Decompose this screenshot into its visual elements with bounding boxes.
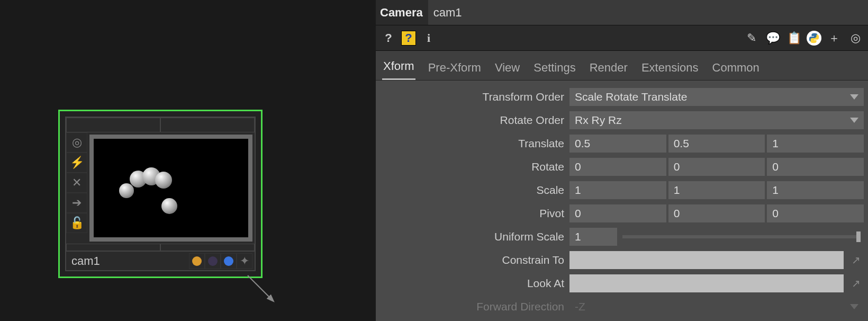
lock-icon[interactable]: 🔓 [66, 213, 87, 233]
label-transform-order: Transform Order [376, 91, 569, 103]
arrow-right-icon[interactable]: ➔ [66, 193, 87, 213]
translate-x-field[interactable]: 0.5 [569, 135, 666, 153]
label-rotate-order: Rotate Order [376, 114, 569, 127]
label-rotate: Rotate [376, 160, 569, 173]
uniform-scale-field[interactable]: 1 [569, 228, 617, 246]
display-flag[interactable] [189, 253, 205, 269]
comment-icon[interactable]: 💬 [764, 30, 781, 47]
operator-name-field[interactable]: cam1 [428, 0, 868, 25]
help-icon[interactable]: ? [380, 30, 397, 47]
label-translate: Translate [376, 137, 569, 150]
close-icon[interactable]: ✕ [66, 173, 87, 193]
target-icon[interactable]: ◎ [66, 132, 87, 153]
network-viewport[interactable]: ◎ ⚡ ✕ ➔ 🔓 cam1 [0, 0, 376, 321]
svg-line-0 [248, 275, 273, 301]
rotate-z-field[interactable]: 0 [767, 158, 864, 176]
scale-z-field[interactable]: 1 [767, 181, 864, 199]
label-pivot: Pivot [376, 207, 569, 220]
panel-operator-header: Camera cam1 [376, 0, 868, 25]
node-preview [89, 135, 252, 242]
pivot-y-field[interactable]: 0 [668, 204, 765, 222]
parameter-list: Transform Order Scale Rotate Translate R… [376, 81, 868, 321]
render-flag[interactable] [205, 253, 221, 269]
rotate-order-value: Rx Ry Rz [575, 114, 622, 127]
chevron-down-icon [850, 304, 858, 309]
edit-icon[interactable]: ✎ [743, 30, 760, 47]
tab-render[interactable]: Render [589, 58, 629, 80]
node-input-left[interactable] [66, 118, 160, 132]
label-forward-direction: Forward Direction [376, 300, 569, 313]
context-help-icon[interactable]: ? [401, 31, 416, 46]
tab-xform[interactable]: Xform [382, 56, 415, 80]
viewer-flag[interactable] [221, 253, 237, 269]
label-look-at: Look At [376, 277, 569, 290]
translate-z-field[interactable]: 1 [767, 135, 864, 153]
connection-wire [248, 275, 290, 318]
translate-y-field[interactable]: 0.5 [668, 135, 765, 153]
parameter-panel: Camera cam1 ? ? i ✎ 💬 📋 ＋ ◎ Xform Pre-Xf… [376, 0, 868, 321]
clipboard-icon[interactable]: 📋 [785, 30, 802, 47]
pivot-x-field[interactable]: 0 [569, 204, 666, 222]
constrain-to-field[interactable] [569, 251, 844, 269]
bolt-icon[interactable]: ⚡ [66, 153, 87, 173]
rotate-x-field[interactable]: 0 [569, 158, 666, 176]
label-constrain-to: Constrain To [376, 254, 569, 266]
node-output-left[interactable] [66, 244, 160, 251]
label-uniform-scale: Uniform Scale [376, 230, 569, 243]
node-name-label[interactable]: cam1 [68, 254, 189, 268]
tab-pre-xform[interactable]: Pre-Xform [427, 58, 482, 80]
target-icon[interactable]: ◎ [847, 30, 864, 47]
look-at-field[interactable] [569, 274, 844, 292]
label-scale: Scale [376, 184, 569, 197]
operator-type-label: Camera [376, 6, 428, 20]
transform-order-dropdown[interactable]: Scale Rotate Translate [569, 88, 864, 106]
scale-x-field[interactable]: 1 [569, 181, 666, 199]
panel-toolbar: ? ? i ✎ 💬 📋 ＋ ◎ [376, 25, 868, 51]
forward-direction-value: -Z [575, 300, 585, 313]
tab-settings[interactable]: Settings [532, 58, 577, 80]
tab-view[interactable]: View [494, 58, 521, 80]
tab-extensions[interactable]: Extensions [640, 58, 700, 80]
tab-bar: Xform Pre-Xform View Settings Render Ext… [376, 51, 868, 81]
python-icon[interactable] [807, 31, 821, 46]
chevron-down-icon [850, 118, 858, 123]
forward-direction-dropdown[interactable]: -Z [569, 298, 864, 316]
camera-node[interactable]: ◎ ⚡ ✕ ➔ 🔓 cam1 [58, 110, 263, 278]
extra-flag[interactable]: ✦ [237, 253, 252, 269]
pivot-z-field[interactable]: 0 [767, 204, 864, 222]
rotate-order-dropdown[interactable]: Rx Ry Rz [569, 111, 864, 129]
jump-icon[interactable]: ↗ [848, 252, 864, 268]
info-icon[interactable]: i [420, 30, 437, 47]
node-input-right[interactable] [160, 118, 255, 132]
scale-y-field[interactable]: 1 [668, 181, 765, 199]
transform-order-value: Scale Rotate Translate [575, 91, 687, 103]
rotate-y-field[interactable]: 0 [668, 158, 765, 176]
node-output-right[interactable] [160, 244, 255, 251]
tab-common[interactable]: Common [711, 58, 761, 80]
chevron-down-icon [850, 94, 858, 100]
jump-icon[interactable]: ↗ [848, 275, 864, 291]
plus-icon[interactable]: ＋ [826, 30, 843, 47]
uniform-scale-slider[interactable] [622, 235, 861, 238]
